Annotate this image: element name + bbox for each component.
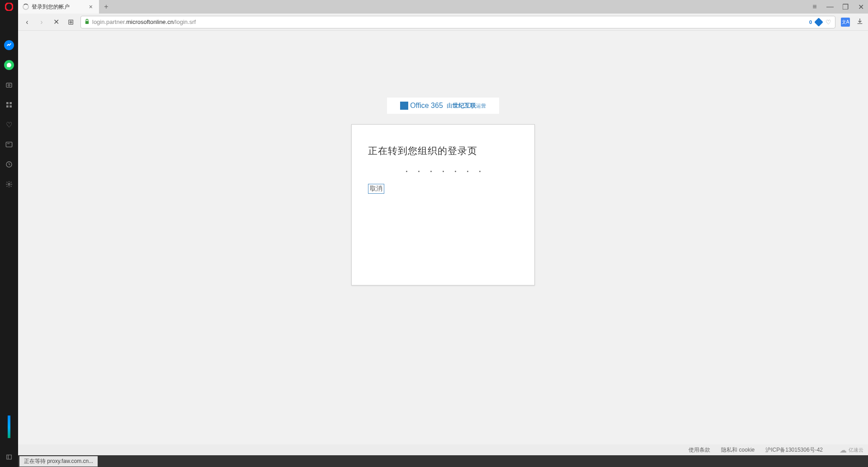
opera-sidebar: ♡ bbox=[0, 0, 18, 467]
svg-rect-7 bbox=[6, 142, 12, 147]
speed-dial-button[interactable]: ⊞ bbox=[66, 18, 75, 26]
url-path: /login.srf bbox=[174, 19, 196, 25]
status-bar: 正在等待 proxy.faw.com.cn... bbox=[18, 455, 868, 467]
navigation-bar: ‹ › ✕ ⊞ login.partner.microsoftonline.cn… bbox=[18, 14, 868, 31]
settings-gear-icon[interactable] bbox=[0, 174, 18, 194]
minimize-button[interactable]: — bbox=[826, 3, 834, 10]
operator-text: 由世纪互联运营 bbox=[447, 102, 486, 110]
svg-rect-3 bbox=[6, 102, 9, 104]
svg-point-2 bbox=[8, 84, 10, 86]
svg-point-10 bbox=[8, 183, 10, 185]
office-icon bbox=[400, 102, 408, 110]
watermark-text: 亿速云 bbox=[849, 447, 863, 453]
svg-point-0 bbox=[5, 3, 13, 10]
svg-rect-4 bbox=[9, 102, 12, 104]
cancel-link[interactable]: 取消 bbox=[368, 184, 384, 194]
status-text: 正在等待 proxy.faw.com.cn... bbox=[19, 456, 98, 467]
speed-dial-icon[interactable] bbox=[0, 95, 18, 115]
watermark: ☁ 亿速云 bbox=[840, 446, 863, 454]
redirect-heading: 正在转到您组织的登录页 bbox=[368, 145, 518, 157]
tab-close-button[interactable]: × bbox=[87, 3, 94, 10]
page-footer: 使用条款 隐私和 cookie 沪ICP备13015306号-42 bbox=[18, 444, 868, 455]
tab-bar: 登录到您的帐户 × + ≡ — ❐ ✕ bbox=[18, 0, 868, 14]
window-controls: ≡ — ❐ ✕ bbox=[811, 0, 864, 14]
lock-icon bbox=[85, 19, 90, 26]
back-button[interactable]: ‹ bbox=[23, 18, 32, 26]
sidebar-panel-toggle-icon[interactable] bbox=[0, 452, 18, 462]
url-domain: microsoftonline.cn bbox=[126, 19, 174, 25]
login-card: 正在转到您组织的登录页 取消 bbox=[351, 124, 535, 285]
translate-icon[interactable]: 文A bbox=[841, 18, 850, 27]
whatsapp-icon[interactable] bbox=[4, 60, 14, 70]
url-prefix: login.partner. bbox=[92, 19, 126, 25]
svg-rect-6 bbox=[9, 105, 12, 107]
page-content: Office 365 由世纪互联运营 正在转到您组织的登录页 取消 使用条款 隐… bbox=[18, 31, 868, 455]
browser-tab[interactable]: 登录到您的帐户 × bbox=[18, 0, 99, 14]
address-bar[interactable]: login.partner.microsoftonline.cn/login.s… bbox=[80, 16, 835, 28]
watermark-cloud-icon: ☁ bbox=[840, 446, 847, 454]
office365-logo-banner: Office 365 由世纪互联运营 bbox=[387, 98, 499, 114]
new-tab-button[interactable]: + bbox=[99, 0, 113, 14]
privacy-link[interactable]: 隐私和 cookie bbox=[721, 446, 755, 454]
opera-logo-icon[interactable] bbox=[0, 0, 18, 14]
maximize-button[interactable]: ❐ bbox=[842, 3, 849, 10]
svg-rect-1 bbox=[6, 83, 12, 87]
bookmarks-heart-icon[interactable]: ♡ bbox=[0, 115, 18, 135]
stop-reload-button[interactable]: ✕ bbox=[52, 18, 61, 26]
bookmark-heart-icon[interactable]: ♡ bbox=[826, 19, 831, 26]
icp-link[interactable]: 沪ICP备13015306号-42 bbox=[765, 446, 823, 454]
volume-indicator bbox=[8, 416, 10, 438]
loading-spinner-icon bbox=[23, 4, 29, 10]
office365-brand-text: Office 365 bbox=[410, 102, 443, 110]
snapshot-icon[interactable] bbox=[0, 75, 18, 95]
easy-setup-icon[interactable]: ≡ bbox=[811, 3, 818, 10]
tab-title: 登录到您的帐户 bbox=[32, 3, 85, 11]
downloads-icon[interactable] bbox=[856, 18, 863, 27]
messenger-icon[interactable] bbox=[4, 40, 14, 50]
url-text: login.partner.microsoftonline.cn/login.s… bbox=[92, 19, 196, 25]
loading-dots bbox=[368, 171, 518, 172]
personal-news-icon[interactable] bbox=[0, 135, 18, 154]
close-window-button[interactable]: ✕ bbox=[857, 3, 864, 10]
adblock-shield-icon[interactable] bbox=[814, 18, 823, 27]
terms-link[interactable]: 使用条款 bbox=[689, 446, 710, 454]
forward-button[interactable]: › bbox=[37, 18, 46, 26]
blocked-count: 0 bbox=[809, 19, 812, 25]
svg-rect-13 bbox=[85, 21, 89, 23]
svg-rect-5 bbox=[6, 105, 9, 107]
history-icon[interactable] bbox=[0, 154, 18, 174]
svg-rect-11 bbox=[7, 455, 12, 459]
